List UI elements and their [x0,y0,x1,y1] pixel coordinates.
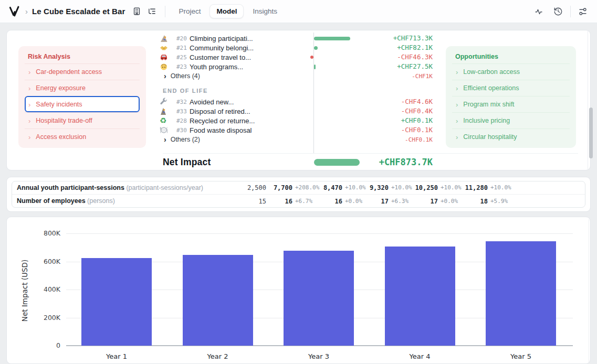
impact-row[interactable]: #21 Community belongi... [160,43,317,52]
chevron-right-icon: › [456,134,458,141]
chevron-right-icon: › [456,117,458,124]
end-of-life-header: END OF LIFE [163,88,208,94]
y-tick-label: 0 [28,341,60,349]
opportunity-item-circular-hospitality[interactable]: › Circular hospitality [452,129,570,145]
others-expander[interactable]: › Others (4) [164,71,321,80]
driver-value[interactable]: 17 [352,197,389,206]
y-tick-label: 600K [28,258,60,265]
risk-item-hospitality-trade-off[interactable]: › Hospitality trade-off [25,112,140,129]
impact-row[interactable]: #20 Climbing participati... [160,34,317,43]
opportunity-item-low-carbon-access[interactable]: › Low-carbon access [452,63,570,80]
climbing-icon [160,107,168,115]
driver-value[interactable]: 8,470 [306,184,342,192]
chevron-right-icon: › [28,101,30,108]
impact-row[interactable]: #25 Customer travel to... [160,52,317,62]
risk-item-energy-exposure[interactable]: › Energy exposure [25,80,140,96]
impact-row-id: #30 [176,127,189,134]
boy-icon [160,62,168,71]
opportunities-panel-title: Opportunities [455,53,570,60]
driver-value[interactable]: 16 [256,197,292,206]
chevron-right-icon: › [28,69,30,76]
chevron-right-icon: › [164,135,166,144]
mini-dot-positive [314,46,318,50]
impact-row-label: Customer travel to... [190,53,251,61]
driver-value[interactable]: 11,280 [446,184,488,192]
impact-row-id: #28 [176,117,189,124]
others-label: Others (4) [171,72,200,80]
tab-project[interactable]: Project [172,4,207,18]
list-tree-icon[interactable] [145,5,159,18]
gridline [66,233,573,234]
tab-insights[interactable]: Insights [246,4,284,18]
impact-row[interactable]: #32 Avoided new... [160,97,317,106]
chevron-right-icon: › [28,117,30,124]
risk-item-label: Access exclusion [36,133,86,141]
impact-row-id: #32 [176,99,189,105]
climbing-icon [160,34,168,42]
chevron-right-icon: › [28,134,30,141]
driver-value[interactable]: 16 [306,197,342,206]
recycle-icon: ♻ [160,116,168,125]
impact-row-label: Food waste disposal [190,126,252,134]
opportunity-item-efficient-operations[interactable]: › Efficient operations [452,80,570,96]
impact-row[interactable]: #33 Disposal of retired... [160,106,317,116]
opportunity-item-label: Circular hospitality [463,133,517,141]
table-row-divider [12,194,585,195]
impact-row-label: Avoided new... [190,98,234,106]
handshake-icon [160,44,168,52]
driver-value[interactable]: 9,320 [352,184,389,192]
driver-value[interactable]: 7,700 [256,184,292,192]
plate-icon [160,126,168,134]
driver-value[interactable]: 10,250 [396,184,438,192]
impact-row[interactable]: #23 Youth programs... [160,62,317,71]
x-tick-label: Year 1 [75,352,159,360]
x-tick-label: Year 2 [176,352,260,360]
impact-row-label: Community belongi... [190,44,254,52]
building-icon[interactable] [130,5,143,18]
history-icon[interactable] [551,5,565,18]
driver-value[interactable]: 18 [446,197,488,206]
impact-value: -CHF4.6K [362,97,433,106]
driver-value[interactable]: 17 [396,197,438,206]
risk-item-car-dependent-access[interactable]: › Car-dependent access [25,63,140,80]
risk-item-label: Safety incidents [36,101,82,108]
risk-item-safety-incidents[interactable]: › Safety incidents [25,96,140,112]
net-impact-label: Net Impact [163,157,211,168]
bar-year-4 [385,247,455,346]
scrollbar-track [588,30,588,170]
net-impact-value: +CHF873.7K [336,157,433,167]
app-logo[interactable] [7,5,21,18]
y-tick-label: 800K [28,229,60,237]
driver-delta: +10.0% [490,184,517,192]
risk-item-label: Hospitality trade-off [36,117,92,124]
sliders-icon[interactable] [576,5,590,18]
bar-year-5 [486,241,556,346]
opportunities-panel: Opportunities › Low-carbon access › Effi… [446,46,576,148]
impact-row[interactable]: ♻ #28 Recycled or returne... [160,116,317,125]
others-label: Others (2) [171,136,200,143]
mini-chart-axis [313,33,314,153]
others-expander[interactable]: › Others (2) [164,135,321,144]
impact-row-label: Climbing participati... [190,35,253,42]
scrollbar-thumb[interactable] [589,108,593,158]
impact-value: +CHF27.5K [362,62,433,71]
driver-delta: +5.9% [490,197,517,206]
opportunity-item-inclusive-pricing[interactable]: › Inclusive pricing [452,112,570,129]
opportunity-item-program-mix-shift[interactable]: › Program mix shift [452,96,570,112]
impact-row-id: #20 [176,35,189,42]
opportunity-item-label: Efficient operations [463,84,519,92]
top-navbar: › Le Cube Escalade et Bar Project Model … [0,0,597,23]
risk-item-label: Car-dependent access [36,68,102,76]
bar-chart: 0200K400K600K800KYear 1Year 2Year 3Year … [7,217,591,364]
x-tick-label: Year 3 [277,352,361,360]
bar-year-3 [284,251,354,346]
risk-item-access-exclusion[interactable]: › Access exclusion [25,129,140,145]
activity-icon[interactable] [532,5,546,18]
impact-row[interactable]: #30 Food waste disposal [160,125,317,135]
driver-name: Number of employees [17,197,86,205]
scrollbar-thumb[interactable] [590,246,591,353]
breadcrumb-chevron-icon: › [25,7,28,16]
impact-row-id: #25 [176,54,189,61]
mini-tick-positive [314,65,316,69]
tab-model[interactable]: Model [210,4,244,18]
